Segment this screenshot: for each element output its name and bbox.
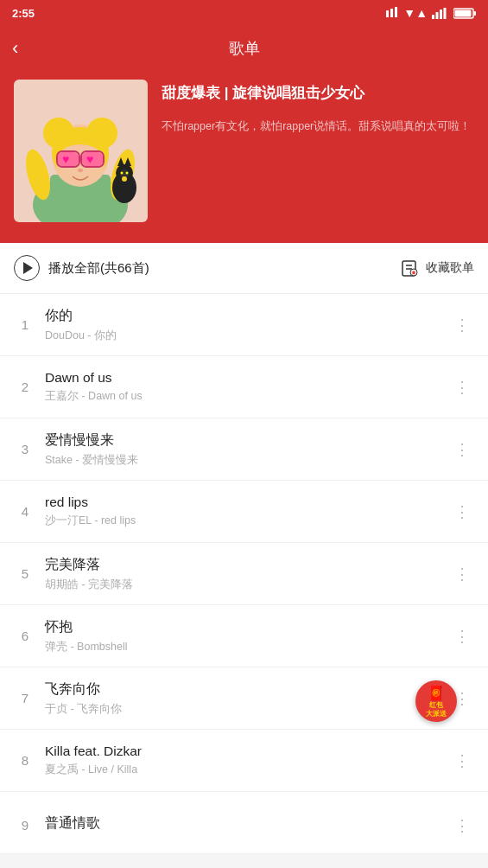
svg-point-36 bbox=[122, 176, 127, 182]
svg-text:♥: ♥ bbox=[62, 152, 69, 166]
svg-rect-3 bbox=[432, 15, 434, 19]
envelope-icon: 🧧 bbox=[428, 685, 445, 701]
status-bar: 2:55 ▼▲ bbox=[0, 0, 488, 26]
hero-section: ♥ ♥ 甜度爆表 | 旋律说唱狙击少女心 不怕rapper有文化，就怕rappe… bbox=[0, 71, 488, 243]
song-index: 4 bbox=[12, 504, 38, 519]
svg-rect-2 bbox=[395, 7, 397, 17]
song-info: red lips 沙一汀EL - red lips bbox=[38, 495, 450, 528]
song-index: 9 bbox=[12, 818, 38, 833]
song-index: 5 bbox=[12, 566, 38, 581]
song-info: 爱情慢慢来 Stake - 爱情慢慢来 bbox=[38, 431, 450, 468]
header-title: 歌单 bbox=[229, 38, 260, 59]
collect-icon bbox=[400, 258, 421, 278]
svg-point-35 bbox=[126, 172, 129, 175]
svg-rect-8 bbox=[474, 11, 477, 16]
more-button[interactable]: ⋮ bbox=[450, 440, 474, 459]
song-artist: Stake - 爱情慢慢来 bbox=[45, 453, 450, 468]
song-item[interactable]: 5 完美降落 胡期皓 - 完美降落 ⋮ bbox=[0, 543, 488, 605]
song-title: Killa feat. Dizkar bbox=[45, 744, 450, 759]
more-button[interactable]: ⋮ bbox=[450, 627, 474, 646]
playlist-title: 甜度爆表 | 旋律说唱狙击少女心 bbox=[162, 83, 474, 104]
play-icon bbox=[23, 262, 33, 274]
red-envelope-badge[interactable]: 🧧 红包大派送 bbox=[415, 680, 457, 722]
status-time: 2:55 bbox=[12, 7, 35, 20]
collect-label: 收藏歌单 bbox=[426, 260, 474, 276]
more-button[interactable]: ⋮ bbox=[450, 816, 474, 835]
svg-rect-5 bbox=[440, 10, 442, 19]
page-header: ‹ 歌单 bbox=[0, 26, 488, 71]
play-all-label: 播放全部(共66首) bbox=[48, 260, 149, 277]
status-icons: ▼▲ bbox=[385, 6, 476, 20]
song-item[interactable]: 9 普通情歌 ⋮ bbox=[0, 792, 488, 854]
song-artist: 王嘉尔 - Dawn of us bbox=[45, 389, 450, 404]
svg-point-28 bbox=[78, 169, 83, 172]
song-item[interactable]: 6 怀抱 弹壳 - Bombshell ⋮ bbox=[0, 605, 488, 667]
more-button[interactable]: ⋮ bbox=[450, 565, 474, 584]
battery-icon bbox=[453, 8, 476, 19]
playlist-description: 不怕rapper有文化，就怕rapper说情话。甜系说唱真的太可啦！ bbox=[162, 118, 474, 135]
svg-rect-0 bbox=[386, 10, 389, 17]
playlist-info: 甜度爆表 | 旋律说唱狙击少女心 不怕rapper有文化，就怕rapper说情话… bbox=[162, 80, 474, 222]
svg-rect-9 bbox=[455, 10, 472, 16]
song-artist: 弹壳 - Bombshell bbox=[45, 640, 450, 654]
song-title: 普通情歌 bbox=[45, 814, 450, 833]
song-item[interactable]: 8 Killa feat. Dizkar 夏之禹 - Live / Killa … bbox=[0, 730, 488, 792]
song-index: 6 bbox=[12, 629, 38, 643]
song-info: 你的 DouDou - 你的 bbox=[38, 307, 450, 343]
collect-button[interactable]: 收藏歌单 bbox=[400, 258, 474, 278]
svg-rect-4 bbox=[436, 12, 439, 19]
song-item[interactable]: 3 爱情慢慢来 Stake - 爱情慢慢来 ⋮ bbox=[0, 418, 488, 481]
more-button[interactable]: ⋮ bbox=[450, 378, 474, 397]
svg-point-34 bbox=[121, 172, 124, 175]
album-cover: ♥ ♥ bbox=[14, 80, 148, 222]
play-all-section[interactable]: 播放全部(共66首) bbox=[14, 255, 149, 281]
song-item[interactable]: 4 red lips 沙一汀EL - red lips ⋮ bbox=[0, 481, 488, 543]
song-info: Killa feat. Dizkar 夏之禹 - Live / Killa bbox=[38, 744, 450, 777]
envelope-label: 红包大派送 bbox=[426, 701, 447, 718]
song-title: 飞奔向你 bbox=[45, 680, 450, 699]
song-info: Dawn of us 王嘉尔 - Dawn of us bbox=[38, 370, 450, 404]
download-icon bbox=[385, 7, 399, 19]
song-artist: 胡期皓 - 完美降落 bbox=[45, 578, 450, 592]
signal-icon bbox=[432, 8, 449, 19]
song-title: 完美降落 bbox=[45, 556, 450, 574]
song-artist: 夏之禹 - Live / Killa bbox=[45, 763, 450, 777]
song-index: 8 bbox=[12, 753, 38, 768]
play-all-button[interactable] bbox=[14, 255, 40, 281]
song-artist: 沙一汀EL - red lips bbox=[45, 514, 450, 528]
song-title: Dawn of us bbox=[45, 370, 450, 386]
back-button[interactable]: ‹ bbox=[12, 37, 18, 60]
song-index: 7 bbox=[12, 691, 38, 705]
song-list: 1 你的 DouDou - 你的 ⋮ 2 Dawn of us 王嘉尔 - Da… bbox=[0, 294, 488, 854]
song-index: 1 bbox=[12, 317, 38, 332]
more-button[interactable]: ⋮ bbox=[450, 502, 474, 521]
song-item[interactable]: 7 飞奔向你 于贞 - 飞奔向你 ⋮ 🧧 红包大派送 bbox=[0, 667, 488, 730]
svg-text:♥: ♥ bbox=[86, 152, 93, 166]
song-index: 2 bbox=[12, 380, 38, 394]
song-title: 你的 bbox=[45, 307, 450, 325]
song-title: red lips bbox=[45, 495, 450, 510]
song-info: 怀抱 弹壳 - Bombshell bbox=[38, 618, 450, 654]
wifi-icon: ▼▲ bbox=[403, 6, 428, 20]
song-artist: 于贞 - 飞奔向你 bbox=[45, 702, 450, 717]
svg-rect-1 bbox=[390, 9, 393, 17]
more-button[interactable]: ⋮ bbox=[450, 751, 474, 770]
song-artist: DouDou - 你的 bbox=[45, 329, 450, 343]
svg-rect-6 bbox=[444, 8, 447, 19]
song-title: 爱情慢慢来 bbox=[45, 431, 450, 450]
song-info: 普通情歌 bbox=[38, 814, 450, 836]
song-info: 完美降落 胡期皓 - 完美降落 bbox=[38, 556, 450, 592]
song-info: 飞奔向你 于贞 - 飞奔向你 bbox=[38, 680, 450, 717]
more-button[interactable]: ⋮ bbox=[450, 316, 474, 335]
cover-image: ♥ ♥ bbox=[14, 80, 148, 222]
song-item[interactable]: 1 你的 DouDou - 你的 ⋮ bbox=[0, 294, 488, 356]
toolbar: 播放全部(共66首) 收藏歌单 bbox=[0, 243, 488, 294]
song-title: 怀抱 bbox=[45, 618, 450, 636]
song-index: 3 bbox=[12, 442, 38, 456]
song-item[interactable]: 2 Dawn of us 王嘉尔 - Dawn of us ⋮ bbox=[0, 356, 488, 418]
